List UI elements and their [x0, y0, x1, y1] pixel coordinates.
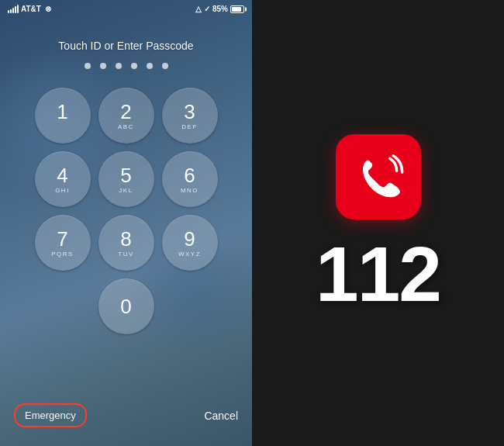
emergency-app-icon[interactable]: [336, 134, 421, 220]
passcode-title: Touch ID or Enter Passcode: [58, 40, 193, 52]
passcode-dot-5: [147, 63, 153, 69]
keypad: 1 2 ABC 3 DEF 4 GHI 5 JKL 6 MNO 7 PQRS 8: [21, 88, 232, 271]
signal-icon: [8, 5, 19, 13]
key-5[interactable]: 5 JKL: [98, 151, 154, 207]
passcode-dot-4: [131, 63, 137, 69]
carrier-name: AT&T: [21, 5, 41, 13]
key-0[interactable]: 0: [98, 278, 154, 334]
battery-percent: 85%: [212, 5, 228, 13]
passcode-dot-3: [116, 63, 122, 69]
battery-icon: [230, 5, 244, 13]
key-4[interactable]: 4 GHI: [35, 151, 91, 207]
emergency-panel: 112: [252, 0, 504, 446]
key-9[interactable]: 9 WXYZ: [162, 215, 218, 271]
key-3[interactable]: 3 DEF: [162, 88, 218, 143]
bluetooth-icon: ✓: [204, 5, 210, 13]
passcode-dot-1: [85, 63, 91, 69]
key-1[interactable]: 1: [35, 88, 91, 143]
status-bar: AT&T ⊗ △ ✓ 85%: [0, 0, 252, 16]
emergency-number: 112: [316, 235, 440, 313]
zero-row: 0: [98, 278, 154, 334]
status-left: AT&T ⊗: [8, 5, 53, 13]
key-2[interactable]: 2 ABC: [98, 88, 154, 143]
phone-icon: [351, 150, 406, 204]
status-right: △ ✓ 85%: [195, 5, 244, 13]
lock-screen: AT&T ⊗ △ ✓ 85% Touch ID or Enter Passcod…: [0, 0, 252, 446]
key-6[interactable]: 6 MNO: [162, 151, 218, 207]
cancel-button[interactable]: Cancel: [204, 410, 238, 422]
key-7[interactable]: 7 PQRS: [35, 215, 91, 271]
emergency-button[interactable]: Emergency: [14, 403, 87, 427]
passcode-dot-6: [162, 63, 168, 69]
location-icon: △: [195, 5, 202, 13]
key-8[interactable]: 8 TUV: [98, 215, 154, 271]
passcode-dots: [85, 63, 168, 69]
passcode-dot-2: [100, 63, 106, 69]
wifi-icon: ⊗: [45, 5, 51, 13]
bottom-buttons: Emergency Cancel: [0, 391, 252, 440]
